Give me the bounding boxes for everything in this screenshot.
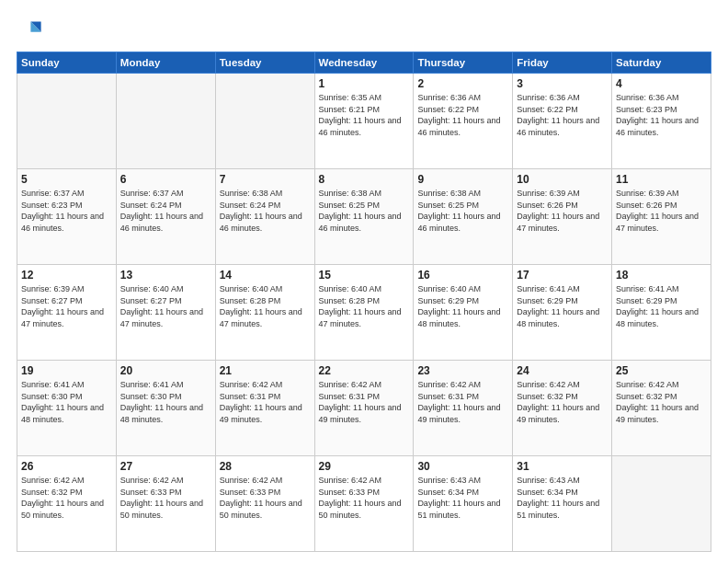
calendar-day-cell: 30Sunrise: 6:43 AMSunset: 6:34 PMDayligh… xyxy=(414,456,513,552)
calendar-day-cell: 18Sunrise: 6:41 AMSunset: 6:29 PMDayligh… xyxy=(612,265,711,361)
calendar-day-cell: 2Sunrise: 6:36 AMSunset: 6:22 PMDaylight… xyxy=(414,74,513,169)
day-info: Sunrise: 6:42 AMSunset: 6:32 PMDaylight:… xyxy=(21,475,112,521)
calendar-day-cell: 27Sunrise: 6:42 AMSunset: 6:33 PMDayligh… xyxy=(116,456,215,552)
day-info: Sunrise: 6:41 AMSunset: 6:29 PMDaylight:… xyxy=(616,283,707,329)
day-number: 16 xyxy=(417,269,508,282)
day-number: 5 xyxy=(21,173,112,186)
day-info: Sunrise: 6:40 AMSunset: 6:28 PMDaylight:… xyxy=(220,283,311,329)
day-info: Sunrise: 6:37 AMSunset: 6:23 PMDaylight:… xyxy=(21,188,112,234)
day-info: Sunrise: 6:42 AMSunset: 6:31 PMDaylight:… xyxy=(220,379,311,425)
day-number: 13 xyxy=(120,269,211,282)
day-info: Sunrise: 6:42 AMSunset: 6:32 PMDaylight:… xyxy=(616,379,707,425)
day-number: 28 xyxy=(220,460,311,473)
day-number: 20 xyxy=(120,364,211,377)
calendar-header-row: SundayMondayTuesdayWednesdayThursdayFrid… xyxy=(17,52,711,74)
calendar-day-cell: 15Sunrise: 6:40 AMSunset: 6:28 PMDayligh… xyxy=(314,265,414,361)
calendar-day-cell: 24Sunrise: 6:42 AMSunset: 6:32 PMDayligh… xyxy=(513,361,612,456)
day-info: Sunrise: 6:42 AMSunset: 6:31 PMDaylight:… xyxy=(319,379,410,425)
day-number: 24 xyxy=(517,364,608,377)
day-info: Sunrise: 6:40 AMSunset: 6:29 PMDaylight:… xyxy=(417,283,508,329)
calendar-day-cell: 17Sunrise: 6:41 AMSunset: 6:29 PMDayligh… xyxy=(513,265,612,361)
day-number: 25 xyxy=(616,364,707,377)
day-number: 21 xyxy=(220,364,311,377)
day-number: 31 xyxy=(517,460,608,473)
day-info: Sunrise: 6:35 AMSunset: 6:21 PMDaylight:… xyxy=(319,92,410,138)
day-number: 27 xyxy=(120,460,211,473)
day-info: Sunrise: 6:42 AMSunset: 6:33 PMDaylight:… xyxy=(120,475,211,521)
day-info: Sunrise: 6:41 AMSunset: 6:29 PMDaylight:… xyxy=(517,283,608,329)
day-number: 3 xyxy=(517,77,608,90)
calendar-day-cell: 19Sunrise: 6:41 AMSunset: 6:30 PMDayligh… xyxy=(17,361,117,456)
day-header-tuesday: Tuesday xyxy=(215,52,314,74)
day-number: 6 xyxy=(120,173,211,186)
calendar-day-cell: 7Sunrise: 6:38 AMSunset: 6:24 PMDaylight… xyxy=(215,169,314,265)
calendar-day-cell: 29Sunrise: 6:42 AMSunset: 6:33 PMDayligh… xyxy=(314,456,414,552)
day-number: 4 xyxy=(616,77,707,90)
day-info: Sunrise: 6:42 AMSunset: 6:33 PMDaylight:… xyxy=(319,475,410,521)
calendar-table: SundayMondayTuesdayWednesdayThursdayFrid… xyxy=(17,52,711,552)
day-number: 15 xyxy=(319,269,410,282)
calendar-week-row: 12Sunrise: 6:39 AMSunset: 6:27 PMDayligh… xyxy=(17,265,711,361)
day-number: 22 xyxy=(319,364,410,377)
day-info: Sunrise: 6:41 AMSunset: 6:30 PMDaylight:… xyxy=(21,379,112,425)
calendar-day-cell: 26Sunrise: 6:42 AMSunset: 6:32 PMDayligh… xyxy=(17,456,117,552)
calendar-day-cell: 28Sunrise: 6:42 AMSunset: 6:33 PMDayligh… xyxy=(215,456,314,552)
day-info: Sunrise: 6:38 AMSunset: 6:25 PMDaylight:… xyxy=(319,188,410,234)
calendar-day-cell: 11Sunrise: 6:39 AMSunset: 6:26 PMDayligh… xyxy=(612,169,711,265)
day-number: 12 xyxy=(21,269,112,282)
day-number: 23 xyxy=(417,364,508,377)
day-number: 10 xyxy=(517,173,608,186)
day-info: Sunrise: 6:36 AMSunset: 6:22 PMDaylight:… xyxy=(417,92,508,138)
day-number: 26 xyxy=(21,460,112,473)
calendar-week-row: 19Sunrise: 6:41 AMSunset: 6:30 PMDayligh… xyxy=(17,361,711,456)
calendar-week-row: 5Sunrise: 6:37 AMSunset: 6:23 PMDaylight… xyxy=(17,169,711,265)
day-header-wednesday: Wednesday xyxy=(314,52,414,74)
day-info: Sunrise: 6:42 AMSunset: 6:32 PMDaylight:… xyxy=(517,379,608,425)
calendar-day-cell: 6Sunrise: 6:37 AMSunset: 6:24 PMDaylight… xyxy=(116,169,215,265)
calendar-day-cell: 20Sunrise: 6:41 AMSunset: 6:30 PMDayligh… xyxy=(116,361,215,456)
day-number: 7 xyxy=(220,173,311,186)
logo-icon xyxy=(17,17,42,42)
calendar-day-cell: 12Sunrise: 6:39 AMSunset: 6:27 PMDayligh… xyxy=(17,265,117,361)
calendar-day-cell: 3Sunrise: 6:36 AMSunset: 6:22 PMDaylight… xyxy=(513,74,612,169)
calendar-day-cell: 23Sunrise: 6:42 AMSunset: 6:31 PMDayligh… xyxy=(414,361,513,456)
day-number: 18 xyxy=(616,269,707,282)
calendar-day-cell: 16Sunrise: 6:40 AMSunset: 6:29 PMDayligh… xyxy=(414,265,513,361)
day-info: Sunrise: 6:36 AMSunset: 6:23 PMDaylight:… xyxy=(616,92,707,138)
day-header-monday: Monday xyxy=(116,52,215,74)
day-number: 9 xyxy=(417,173,508,186)
calendar-day-cell: 31Sunrise: 6:43 AMSunset: 6:34 PMDayligh… xyxy=(513,456,612,552)
calendar-day-cell xyxy=(116,74,215,169)
calendar-day-cell xyxy=(612,456,711,552)
calendar-day-cell: 4Sunrise: 6:36 AMSunset: 6:23 PMDaylight… xyxy=(612,74,711,169)
day-number: 8 xyxy=(319,173,410,186)
day-info: Sunrise: 6:39 AMSunset: 6:27 PMDaylight:… xyxy=(21,283,112,329)
day-header-sunday: Sunday xyxy=(17,52,117,74)
page: SundayMondayTuesdayWednesdayThursdayFrid… xyxy=(0,0,728,563)
logo xyxy=(17,17,45,42)
header xyxy=(17,17,711,42)
day-info: Sunrise: 6:40 AMSunset: 6:27 PMDaylight:… xyxy=(120,283,211,329)
calendar-day-cell xyxy=(17,74,117,169)
calendar-day-cell: 21Sunrise: 6:42 AMSunset: 6:31 PMDayligh… xyxy=(215,361,314,456)
day-info: Sunrise: 6:43 AMSunset: 6:34 PMDaylight:… xyxy=(417,475,508,521)
day-info: Sunrise: 6:39 AMSunset: 6:26 PMDaylight:… xyxy=(517,188,608,234)
day-info: Sunrise: 6:42 AMSunset: 6:33 PMDaylight:… xyxy=(220,475,311,521)
day-header-saturday: Saturday xyxy=(612,52,711,74)
calendar-day-cell: 9Sunrise: 6:38 AMSunset: 6:25 PMDaylight… xyxy=(414,169,513,265)
day-number: 29 xyxy=(319,460,410,473)
calendar-week-row: 26Sunrise: 6:42 AMSunset: 6:32 PMDayligh… xyxy=(17,456,711,552)
day-number: 11 xyxy=(616,173,707,186)
calendar-day-cell: 10Sunrise: 6:39 AMSunset: 6:26 PMDayligh… xyxy=(513,169,612,265)
calendar-day-cell xyxy=(215,74,314,169)
day-number: 30 xyxy=(417,460,508,473)
calendar-day-cell: 22Sunrise: 6:42 AMSunset: 6:31 PMDayligh… xyxy=(314,361,414,456)
day-header-thursday: Thursday xyxy=(414,52,513,74)
calendar-day-cell: 13Sunrise: 6:40 AMSunset: 6:27 PMDayligh… xyxy=(116,265,215,361)
day-info: Sunrise: 6:42 AMSunset: 6:31 PMDaylight:… xyxy=(417,379,508,425)
day-number: 17 xyxy=(517,269,608,282)
calendar-day-cell: 8Sunrise: 6:38 AMSunset: 6:25 PMDaylight… xyxy=(314,169,414,265)
day-number: 2 xyxy=(417,77,508,90)
day-info: Sunrise: 6:36 AMSunset: 6:22 PMDaylight:… xyxy=(517,92,608,138)
day-info: Sunrise: 6:38 AMSunset: 6:24 PMDaylight:… xyxy=(220,188,311,234)
